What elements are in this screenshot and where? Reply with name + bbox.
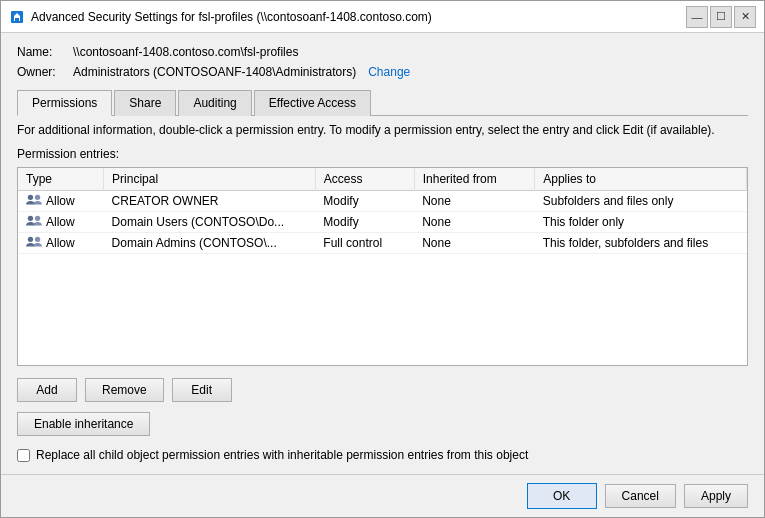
close-button[interactable]: ✕ — [734, 6, 756, 28]
actions-row: Add Remove Edit — [17, 378, 748, 402]
replace-checkbox-label: Replace all child object permission entr… — [36, 448, 528, 462]
replace-checkbox-row: Replace all child object permission entr… — [17, 448, 748, 462]
remove-button[interactable]: Remove — [85, 378, 164, 402]
bottom-bar: OK Cancel Apply — [1, 474, 764, 517]
owner-row: Owner: Administrators (CONTOSOANF-1408\A… — [17, 65, 748, 79]
tab-auditing[interactable]: Auditing — [178, 90, 251, 116]
table-row[interactable]: AllowDomain Admins (CONTOSO\...Full cont… — [18, 232, 747, 253]
owner-value: Administrators (CONTOSOANF-1408\Administ… — [73, 65, 356, 79]
permissions-table-container: Type Principal Access Inherited from App… — [17, 167, 748, 366]
table-row[interactable]: AllowCREATOR OWNERModifyNoneSubfolders a… — [18, 190, 747, 211]
col-access: Access — [315, 168, 414, 191]
col-inherited: Inherited from — [414, 168, 535, 191]
name-label: Name: — [17, 45, 69, 59]
svg-rect-1 — [15, 18, 19, 21]
tab-effective-access[interactable]: Effective Access — [254, 90, 371, 116]
table-row[interactable]: AllowDomain Users (CONTOSO\Do...ModifyNo… — [18, 211, 747, 232]
ok-button[interactable]: OK — [527, 483, 597, 509]
maximize-button[interactable]: ☐ — [710, 6, 732, 28]
name-row: Name: \\contosoanf-1408.contoso.com\fsl-… — [17, 45, 748, 59]
edit-button[interactable]: Edit — [172, 378, 232, 402]
add-button[interactable]: Add — [17, 378, 77, 402]
owner-label: Owner: — [17, 65, 69, 79]
col-principal: Principal — [104, 168, 316, 191]
tabs-container: Permissions Share Auditing Effective Acc… — [17, 89, 748, 116]
svg-point-7 — [35, 236, 40, 241]
title-bar: Advanced Security Settings for fsl-profi… — [1, 1, 764, 33]
window-title: Advanced Security Settings for fsl-profi… — [31, 10, 686, 24]
svg-point-5 — [35, 215, 40, 220]
main-window: Advanced Security Settings for fsl-profi… — [0, 0, 765, 518]
cancel-button[interactable]: Cancel — [605, 484, 676, 508]
svg-point-2 — [28, 194, 33, 199]
col-type: Type — [18, 168, 104, 191]
window-icon — [9, 9, 25, 25]
table-header-row: Type Principal Access Inherited from App… — [18, 168, 747, 191]
apply-button[interactable]: Apply — [684, 484, 748, 508]
col-applies: Applies to — [535, 168, 747, 191]
change-owner-link[interactable]: Change — [368, 65, 410, 79]
svg-point-6 — [28, 236, 33, 241]
description-text: For additional information, double-click… — [17, 122, 748, 139]
replace-checkbox[interactable] — [17, 449, 30, 462]
permissions-table: Type Principal Access Inherited from App… — [18, 168, 747, 254]
inheritance-row: Enable inheritance — [17, 412, 748, 436]
permission-entries-label: Permission entries: — [17, 147, 748, 161]
tab-share[interactable]: Share — [114, 90, 176, 116]
svg-point-4 — [28, 215, 33, 220]
name-value: \\contosoanf-1408.contoso.com\fsl-profil… — [73, 45, 298, 59]
tab-permissions[interactable]: Permissions — [17, 90, 112, 116]
content-area: Name: \\contosoanf-1408.contoso.com\fsl-… — [1, 33, 764, 474]
enable-inheritance-button[interactable]: Enable inheritance — [17, 412, 150, 436]
window-controls: — ☐ ✕ — [686, 6, 756, 28]
svg-point-3 — [35, 194, 40, 199]
minimize-button[interactable]: — — [686, 6, 708, 28]
